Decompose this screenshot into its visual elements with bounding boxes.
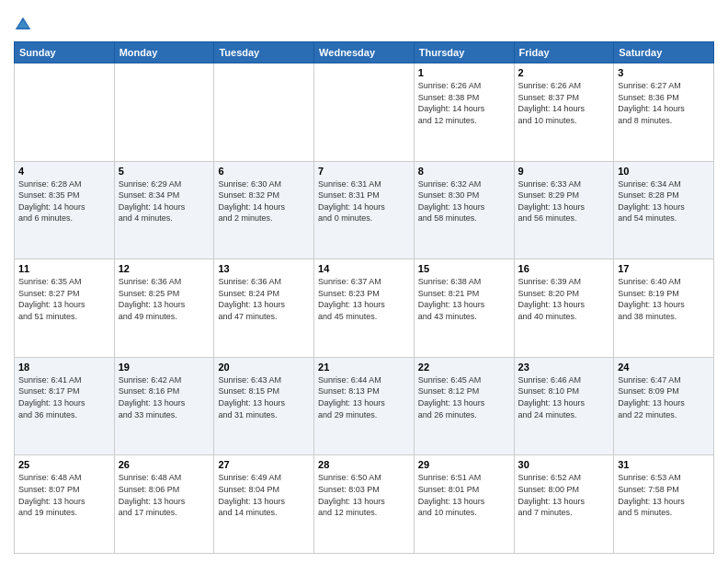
calendar-cell: 22Sunrise: 6:45 AM Sunset: 8:12 PM Dayli… <box>414 357 514 455</box>
calendar-cell: 19Sunrise: 6:42 AM Sunset: 8:16 PM Dayli… <box>114 357 214 455</box>
calendar-cell: 31Sunrise: 6:53 AM Sunset: 7:58 PM Dayli… <box>614 455 714 554</box>
weekday-header-thursday: Thursday <box>414 42 514 63</box>
day-number: 15 <box>418 263 510 274</box>
calendar-week-4: 18Sunrise: 6:41 AM Sunset: 8:17 PM Dayli… <box>15 357 714 455</box>
calendar-cell: 25Sunrise: 6:48 AM Sunset: 8:07 PM Dayli… <box>15 455 115 554</box>
day-info: Sunrise: 6:29 AM Sunset: 8:34 PM Dayligh… <box>119 178 210 224</box>
header <box>14 14 714 34</box>
day-info: Sunrise: 6:26 AM Sunset: 8:38 PM Dayligh… <box>418 80 510 126</box>
calendar-cell: 5Sunrise: 6:29 AM Sunset: 8:34 PM Daylig… <box>114 161 214 259</box>
calendar-cell: 14Sunrise: 6:37 AM Sunset: 8:23 PM Dayli… <box>314 259 415 358</box>
page: SundayMondayTuesdayWednesdayThursdayFrid… <box>0 0 728 563</box>
day-info: Sunrise: 6:46 AM Sunset: 8:10 PM Dayligh… <box>518 374 610 420</box>
calendar-week-2: 4Sunrise: 6:28 AM Sunset: 8:35 PM Daylig… <box>15 161 714 259</box>
day-number: 19 <box>119 362 210 373</box>
day-info: Sunrise: 6:30 AM Sunset: 8:32 PM Dayligh… <box>218 178 310 224</box>
day-info: Sunrise: 6:50 AM Sunset: 8:03 PM Dayligh… <box>318 472 410 518</box>
day-info: Sunrise: 6:53 AM Sunset: 7:58 PM Dayligh… <box>618 472 710 518</box>
weekday-header-tuesday: Tuesday <box>214 42 314 63</box>
calendar-header-row: SundayMondayTuesdayWednesdayThursdayFrid… <box>15 42 714 63</box>
calendar-cell: 17Sunrise: 6:40 AM Sunset: 8:19 PM Dayli… <box>614 259 714 358</box>
calendar-cell <box>114 63 214 162</box>
day-info: Sunrise: 6:35 AM Sunset: 8:27 PM Dayligh… <box>18 276 110 322</box>
day-info: Sunrise: 6:49 AM Sunset: 8:04 PM Dayligh… <box>218 472 310 518</box>
day-number: 20 <box>218 362 310 373</box>
day-number: 17 <box>618 263 710 274</box>
day-number: 7 <box>318 166 410 177</box>
day-number: 10 <box>618 166 710 177</box>
day-info: Sunrise: 6:48 AM Sunset: 8:06 PM Dayligh… <box>119 472 210 518</box>
calendar-cell: 21Sunrise: 6:44 AM Sunset: 8:13 PM Dayli… <box>314 357 415 455</box>
calendar-cell: 24Sunrise: 6:47 AM Sunset: 8:09 PM Dayli… <box>614 357 714 455</box>
calendar-cell: 27Sunrise: 6:49 AM Sunset: 8:04 PM Dayli… <box>214 455 314 554</box>
day-info: Sunrise: 6:33 AM Sunset: 8:29 PM Dayligh… <box>518 178 610 224</box>
calendar-cell <box>214 63 314 162</box>
day-info: Sunrise: 6:28 AM Sunset: 8:35 PM Dayligh… <box>18 178 110 224</box>
day-number: 8 <box>418 166 510 177</box>
calendar-cell <box>15 63 115 162</box>
day-number: 27 <box>218 459 310 470</box>
day-number: 5 <box>119 166 210 177</box>
day-number: 31 <box>618 459 710 470</box>
logo-icon <box>14 16 32 34</box>
day-info: Sunrise: 6:38 AM Sunset: 8:21 PM Dayligh… <box>418 276 510 322</box>
calendar-cell: 10Sunrise: 6:34 AM Sunset: 8:28 PM Dayli… <box>614 161 714 259</box>
day-number: 16 <box>518 263 610 274</box>
day-info: Sunrise: 6:36 AM Sunset: 8:25 PM Dayligh… <box>119 276 210 322</box>
calendar-cell: 20Sunrise: 6:43 AM Sunset: 8:15 PM Dayli… <box>214 357 314 455</box>
day-info: Sunrise: 6:45 AM Sunset: 8:12 PM Dayligh… <box>418 374 510 420</box>
day-number: 9 <box>518 166 610 177</box>
calendar-cell: 7Sunrise: 6:31 AM Sunset: 8:31 PM Daylig… <box>314 161 415 259</box>
day-number: 23 <box>518 362 610 373</box>
day-number: 13 <box>218 263 310 274</box>
day-info: Sunrise: 6:42 AM Sunset: 8:16 PM Dayligh… <box>119 374 210 420</box>
day-number: 29 <box>418 459 510 470</box>
day-info: Sunrise: 6:37 AM Sunset: 8:23 PM Dayligh… <box>318 276 410 322</box>
day-number: 2 <box>518 67 610 78</box>
day-info: Sunrise: 6:48 AM Sunset: 8:07 PM Dayligh… <box>18 472 110 518</box>
day-info: Sunrise: 6:31 AM Sunset: 8:31 PM Dayligh… <box>318 178 410 224</box>
weekday-header-sunday: Sunday <box>15 42 115 63</box>
calendar-cell: 15Sunrise: 6:38 AM Sunset: 8:21 PM Dayli… <box>414 259 514 358</box>
day-number: 11 <box>18 263 110 274</box>
day-info: Sunrise: 6:44 AM Sunset: 8:13 PM Dayligh… <box>318 374 410 420</box>
day-number: 12 <box>119 263 210 274</box>
calendar-week-5: 25Sunrise: 6:48 AM Sunset: 8:07 PM Dayli… <box>15 455 714 554</box>
day-number: 26 <box>119 459 210 470</box>
weekday-header-wednesday: Wednesday <box>314 42 415 63</box>
day-info: Sunrise: 6:52 AM Sunset: 8:00 PM Dayligh… <box>518 472 610 518</box>
day-number: 3 <box>618 67 710 78</box>
day-number: 24 <box>618 362 710 373</box>
day-number: 28 <box>318 459 410 470</box>
day-number: 21 <box>318 362 410 373</box>
calendar-week-1: 1Sunrise: 6:26 AM Sunset: 8:38 PM Daylig… <box>15 63 714 162</box>
day-number: 18 <box>18 362 110 373</box>
day-info: Sunrise: 6:36 AM Sunset: 8:24 PM Dayligh… <box>218 276 310 322</box>
day-number: 1 <box>418 67 510 78</box>
calendar-cell: 1Sunrise: 6:26 AM Sunset: 8:38 PM Daylig… <box>414 63 514 162</box>
calendar-cell: 16Sunrise: 6:39 AM Sunset: 8:20 PM Dayli… <box>514 259 614 358</box>
day-info: Sunrise: 6:47 AM Sunset: 8:09 PM Dayligh… <box>618 374 710 420</box>
day-info: Sunrise: 6:27 AM Sunset: 8:36 PM Dayligh… <box>618 80 710 126</box>
calendar-cell: 26Sunrise: 6:48 AM Sunset: 8:06 PM Dayli… <box>114 455 214 554</box>
calendar-table: SundayMondayTuesdayWednesdayThursdayFrid… <box>14 41 714 554</box>
day-info: Sunrise: 6:39 AM Sunset: 8:20 PM Dayligh… <box>518 276 610 322</box>
calendar-cell: 30Sunrise: 6:52 AM Sunset: 8:00 PM Dayli… <box>514 455 614 554</box>
weekday-header-friday: Friday <box>514 42 614 63</box>
calendar-cell: 28Sunrise: 6:50 AM Sunset: 8:03 PM Dayli… <box>314 455 415 554</box>
weekday-header-monday: Monday <box>114 42 214 63</box>
day-number: 14 <box>318 263 410 274</box>
logo <box>14 14 34 34</box>
calendar-cell: 29Sunrise: 6:51 AM Sunset: 8:01 PM Dayli… <box>414 455 514 554</box>
day-info: Sunrise: 6:41 AM Sunset: 8:17 PM Dayligh… <box>18 374 110 420</box>
day-info: Sunrise: 6:32 AM Sunset: 8:30 PM Dayligh… <box>418 178 510 224</box>
day-info: Sunrise: 6:34 AM Sunset: 8:28 PM Dayligh… <box>618 178 710 224</box>
day-number: 30 <box>518 459 610 470</box>
calendar-cell: 3Sunrise: 6:27 AM Sunset: 8:36 PM Daylig… <box>614 63 714 162</box>
calendar-cell: 8Sunrise: 6:32 AM Sunset: 8:30 PM Daylig… <box>414 161 514 259</box>
calendar-cell: 23Sunrise: 6:46 AM Sunset: 8:10 PM Dayli… <box>514 357 614 455</box>
calendar-cell: 11Sunrise: 6:35 AM Sunset: 8:27 PM Dayli… <box>15 259 115 358</box>
calendar-cell: 9Sunrise: 6:33 AM Sunset: 8:29 PM Daylig… <box>514 161 614 259</box>
day-number: 22 <box>418 362 510 373</box>
day-number: 6 <box>218 166 310 177</box>
